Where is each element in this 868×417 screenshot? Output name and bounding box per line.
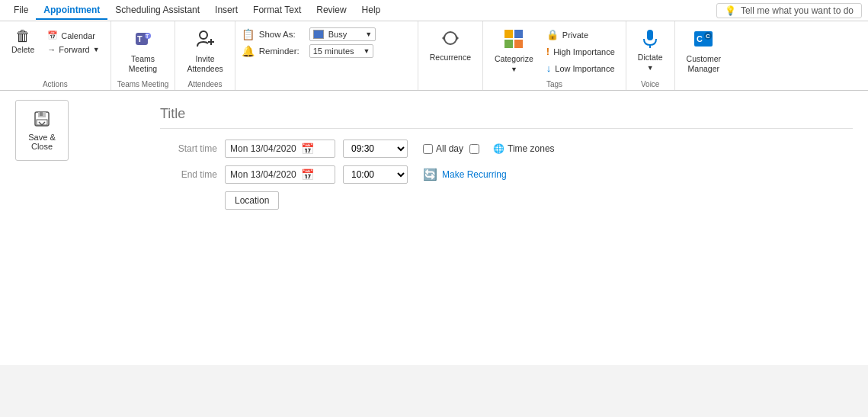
menu-file[interactable]: File bbox=[6, 2, 36, 20]
timezone-checkbox-label[interactable] bbox=[469, 144, 479, 154]
reminder-select[interactable]: 15 minutes ▼ bbox=[309, 44, 374, 58]
customer-manager-button[interactable]: C C CustomerManager bbox=[681, 24, 727, 77]
menu-scheduling-assistant[interactable]: Scheduling Assistant bbox=[107, 2, 207, 20]
allday-label: All day bbox=[436, 143, 463, 154]
allday-checkbox[interactable] bbox=[423, 144, 433, 154]
attendees-group-label: Attendees bbox=[181, 79, 228, 88]
ribbon-group-recurrence: Recurrence x bbox=[418, 21, 483, 90]
dictate-label: Dictate bbox=[638, 53, 663, 63]
ribbon-group-options: 📋 Show As: Busy ▼ 🔔 Reminder: 15 minutes… bbox=[235, 21, 418, 90]
timezone-link[interactable]: 🌐 Time zones bbox=[493, 143, 555, 154]
title-input[interactable] bbox=[160, 103, 853, 129]
dictate-icon bbox=[640, 28, 660, 51]
teams-meeting-button[interactable]: T T TeamsMeeting bbox=[123, 24, 162, 77]
svg-rect-12 bbox=[514, 40, 523, 48]
ribbon: 🗑 Delete 📅 Calendar → Forward ▼ Actions bbox=[0, 21, 868, 91]
allday-row: All day 🌐 Time zones bbox=[423, 143, 555, 154]
low-importance-button[interactable]: ↓ Low Importance bbox=[543, 61, 618, 75]
tell-me-text: Tell me what you want to do bbox=[741, 5, 854, 16]
ribbon-group-teams: T T TeamsMeeting Teams Meeting bbox=[111, 21, 176, 90]
invite-attendees-label: InviteAttendees bbox=[187, 54, 223, 73]
low-importance-label: Low Importance bbox=[555, 64, 614, 73]
make-recurring-button[interactable]: 🔄 Make Recurring bbox=[423, 168, 507, 181]
categorize-dropdown-icon: ▼ bbox=[511, 66, 517, 73]
customer-manager-icon: C C bbox=[693, 28, 714, 53]
teams-meeting-label: TeamsMeeting bbox=[129, 54, 157, 73]
customer-manager-label: CustomerManager bbox=[687, 54, 722, 73]
menu-format-text[interactable]: Format Text bbox=[245, 2, 309, 20]
low-importance-icon: ↓ bbox=[546, 63, 552, 74]
reminder-label: Reminder: bbox=[259, 47, 305, 56]
make-recurring-label: Make Recurring bbox=[442, 169, 507, 180]
delete-button[interactable]: 🗑 Delete bbox=[6, 24, 40, 59]
menu-appointment[interactable]: Appointment bbox=[36, 2, 107, 20]
tell-me-input[interactable]: 💡 Tell me what you want to do bbox=[716, 3, 862, 18]
svg-text:C: C bbox=[697, 34, 703, 43]
categorize-label: Categorize bbox=[495, 54, 533, 64]
recurrence-icon bbox=[440, 28, 460, 51]
timezone-checkbox[interactable] bbox=[469, 144, 479, 154]
dictate-button[interactable]: Dictate ▼ bbox=[633, 24, 668, 75]
end-date-calendar-icon: 📅 bbox=[301, 168, 314, 181]
calendar-icon: 📅 bbox=[47, 30, 58, 40]
make-recurring-icon: 🔄 bbox=[423, 168, 437, 181]
svg-text:C: C bbox=[706, 33, 710, 40]
forward-dropdown-icon: ▼ bbox=[93, 46, 100, 53]
svg-rect-10 bbox=[514, 30, 523, 38]
end-date-value: Mon 13/04/2020 bbox=[230, 169, 296, 180]
forward-label: Forward bbox=[59, 45, 89, 54]
location-button[interactable]: Location bbox=[225, 191, 279, 210]
recurrence-label: Recurrence bbox=[430, 53, 471, 63]
end-date-picker[interactable]: Mon 13/04/2020 📅 bbox=[225, 165, 335, 184]
save-close-button[interactable]: Save &Close bbox=[15, 100, 69, 161]
high-importance-button[interactable]: ! High Importance bbox=[543, 44, 618, 59]
invite-attendees-icon bbox=[194, 28, 216, 53]
start-date-value: Mon 13/04/2020 bbox=[230, 143, 296, 154]
start-time-select[interactable]: 09:30 bbox=[343, 140, 408, 158]
allday-checkbox-label[interactable]: All day bbox=[423, 143, 463, 154]
menu-review[interactable]: Review bbox=[309, 2, 354, 20]
high-importance-label: High Importance bbox=[553, 47, 615, 56]
svg-marker-7 bbox=[456, 35, 459, 41]
actions-group-label: Actions bbox=[6, 79, 104, 88]
reminder-value: 15 minutes bbox=[313, 47, 354, 56]
private-icon: 🔒 bbox=[546, 29, 559, 40]
globe-icon: 🌐 bbox=[493, 143, 504, 154]
recurrence-button[interactable]: Recurrence bbox=[424, 24, 476, 66]
start-date-picker[interactable]: Mon 13/04/2020 📅 bbox=[225, 140, 335, 158]
voice-group-label: Voice bbox=[633, 79, 668, 88]
svg-point-4 bbox=[200, 31, 207, 39]
dictate-dropdown-icon: ▼ bbox=[647, 64, 654, 72]
invite-attendees-button[interactable]: InviteAttendees bbox=[181, 24, 228, 77]
forward-icon: → bbox=[47, 45, 56, 54]
svg-marker-8 bbox=[442, 35, 445, 41]
svg-rect-9 bbox=[504, 30, 513, 38]
forward-button[interactable]: → Forward ▼ bbox=[43, 43, 104, 56]
reminder-dropdown-icon: ▼ bbox=[364, 47, 370, 55]
menu-help[interactable]: Help bbox=[354, 2, 389, 20]
tags-stack: 🔒 Private ! High Importance ↓ Low Import… bbox=[542, 24, 620, 79]
menu-insert[interactable]: Insert bbox=[207, 2, 245, 20]
end-time-select[interactable]: 10:00 bbox=[343, 165, 408, 184]
start-time-row: Start time Mon 13/04/2020 📅 09:30 All da… bbox=[160, 140, 853, 158]
show-as-select[interactable]: Busy ▼ bbox=[309, 27, 376, 41]
calendar-button[interactable]: 📅 Calendar bbox=[43, 29, 104, 42]
ribbon-group-actions: 🗑 Delete 📅 Calendar → Forward ▼ Actions bbox=[0, 21, 111, 90]
end-time-label: End time bbox=[160, 169, 217, 180]
svg-rect-13 bbox=[647, 30, 653, 40]
teams-group-label: Teams Meeting bbox=[117, 79, 169, 88]
save-close-icon bbox=[33, 110, 51, 130]
categorize-button[interactable]: Categorize ▼ bbox=[489, 24, 539, 77]
ribbon-group-voice: Dictate ▼ Voice bbox=[626, 21, 675, 90]
time-zones-label: Time zones bbox=[508, 143, 555, 154]
calendar-label: Calendar bbox=[61, 31, 95, 40]
location-row: Location bbox=[160, 191, 853, 210]
start-date-calendar-icon: 📅 bbox=[301, 143, 314, 155]
show-as-color-indicator bbox=[313, 30, 324, 39]
end-time-row: End time Mon 13/04/2020 📅 10:00 🔄 Make R… bbox=[160, 165, 853, 184]
private-button[interactable]: 🔒 Private bbox=[543, 27, 618, 42]
show-as-dropdown-icon: ▼ bbox=[365, 30, 372, 38]
svg-rect-11 bbox=[504, 40, 513, 48]
start-time-label: Start time bbox=[160, 143, 217, 154]
body-area: Save &Close Start time Mon 13/04/2020 📅 … bbox=[0, 91, 868, 365]
